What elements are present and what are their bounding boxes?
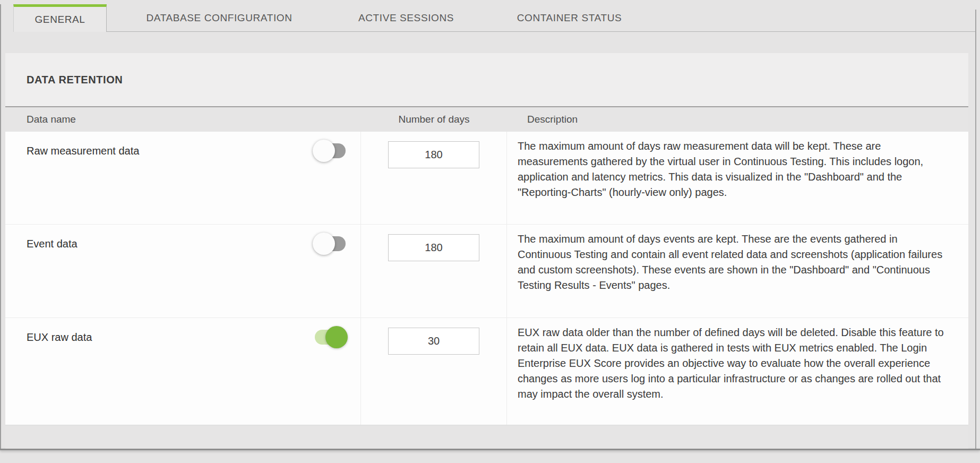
table-header-row: Data name Number of days Description [5,106,968,132]
section-title: DATA RETENTION [5,53,968,106]
raw-measurement-data-toggle[interactable] [313,140,348,162]
event-data-days-input[interactable] [388,234,479,261]
toggle-knob-icon [313,140,335,162]
column-header-description: Description [507,114,968,125]
tab-container-status[interactable]: CONTAINER STATUS [504,4,634,32]
description-cell: The maximum amount of days raw measureme… [507,132,968,224]
eux-raw-data-toggle[interactable] [313,326,348,348]
toggle-knob-icon [325,326,348,348]
row-description: The maximum amount of days raw measureme… [518,139,953,200]
row-label: Event data [27,238,78,250]
tab-active-sessions[interactable]: ACTIVE SESSIONS [348,4,465,32]
description-cell: EUX raw data older than the number of de… [507,318,968,425]
data-name-cell: Event data [5,225,361,318]
event-data-toggle[interactable] [313,233,348,255]
table-row: Raw measurement data The maximum amount … [5,132,968,225]
data-name-cell: EUX raw data [5,318,361,425]
row-description: EUX raw data older than the number of de… [518,325,953,402]
tab-database-configuration[interactable]: DATABASE CONFIGURATION [129,4,310,32]
column-header-number-of-days: Number of days [361,114,507,125]
row-label: Raw measurement data [27,145,139,157]
description-cell: The maximum amount of days events are ke… [507,225,968,318]
number-of-days-cell [361,225,507,318]
table-row: EUX raw data EUX raw data older than the… [5,318,968,425]
toggle-knob-icon [313,233,335,255]
window-edge-bottom [0,449,980,450]
row-label: EUX raw data [27,331,92,343]
number-of-days-cell [361,318,507,425]
table-row: Event data The maximum amount of days ev… [5,225,968,318]
raw-measurement-days-input[interactable] [388,141,479,168]
eux-raw-data-days-input[interactable] [388,328,479,355]
row-description: The maximum amount of days events are ke… [518,231,953,293]
number-of-days-cell [361,132,507,224]
window-edge-left [0,4,1,449]
data-retention-panel: DATA RETENTION Data name Number of days … [5,53,968,449]
table-footer [5,425,968,449]
tab-general[interactable]: GENERAL [13,4,107,32]
window-edge-right [975,10,976,449]
tab-bar: GENERAL DATABASE CONFIGURATION ACTIVE SE… [0,4,980,32]
data-name-cell: Raw measurement data [5,132,361,224]
column-header-data-name: Data name [5,114,361,125]
